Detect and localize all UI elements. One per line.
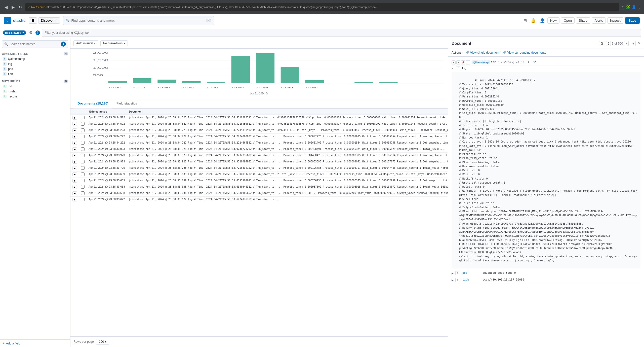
last-doc-button[interactable]: ⟩⟩ [630,41,636,46]
filter-for-button[interactable]: + [452,60,456,64]
expand-row-button[interactable]: ▶ [72,135,77,138]
sidebar-item-id[interactable]: i _id [2,84,68,89]
new-button[interactable]: New [547,17,559,24]
checkbox-cell[interactable] [79,115,87,121]
index-pattern-badge[interactable]: tidb-slowlog ▾ [3,30,26,35]
expand-cell[interactable]: ▶ [70,159,79,165]
expand-row-button[interactable]: ▶ [72,122,77,126]
expand-row-button[interactable]: ▶ [72,191,77,195]
expand-cell[interactable]: ▶ [70,115,79,121]
checkbox-cell[interactable] [79,121,87,127]
row-checkbox[interactable] [81,122,85,126]
expand-cell[interactable]: ▶ [70,146,79,153]
expand-cell[interactable]: ▶ [70,197,79,203]
sidebar-item-log[interactable]: t log [2,61,68,66]
auto-interval-button[interactable]: Auto interval ▾ [73,40,98,46]
alerts-icon-button[interactable]: 🔔 [530,17,537,24]
expand-row-button[interactable]: ▶ [72,166,77,170]
field-search-input[interactable] [10,42,59,46]
checkbox-cell[interactable] [79,197,87,203]
prev-doc-button[interactable]: ⟨ [606,41,611,46]
header-action-buttons[interactable]: ⊞ 🔔 👤 New Open Share Alerts Inspect Save [522,17,640,24]
checkbox-cell[interactable] [79,178,87,184]
back-button[interactable]: ◀ [3,4,9,11]
col-document-header[interactable]: Document [127,109,448,115]
checkbox-cell[interactable] [79,153,87,159]
profile-button[interactable]: 👤 [632,5,636,9]
expand-row-button[interactable]: ▶ [72,185,77,189]
expand-cell[interactable]: ▶ [70,171,79,178]
browser-action-buttons[interactable]: ☆ 🧩 👤 ⋮ [621,5,641,9]
header-icon-buttons[interactable]: ⊞ 🔔 👤 [522,17,546,24]
filter-out-button[interactable]: - [456,60,460,64]
expand-cell[interactable]: ▶ [70,165,79,171]
row-checkbox[interactable] [81,166,85,170]
sidebar-item-timestamp[interactable]: t @timestamp [2,56,68,61]
tab-documents[interactable]: Documents (18,196) [73,99,112,108]
reload-button[interactable]: ↻ [17,4,23,11]
row-checkbox[interactable] [81,116,85,119]
checkbox-cell[interactable] [79,165,87,171]
expand-cell[interactable]: ▶ [70,153,79,159]
share-button[interactable]: Share [576,17,590,24]
alerts-button[interactable]: Alerts [592,17,606,24]
sidebar-item-pod[interactable]: t pod [2,66,68,72]
breakdown-button[interactable]: No breakdown ▾ [100,40,128,46]
menu-button[interactable]: ⋮ [637,5,641,9]
row-checkbox[interactable] [81,128,85,132]
expand-cell[interactable]: ▶ [70,178,79,184]
global-search[interactable]: 🔍 ⌘/ [63,16,214,25]
app-navigation[interactable]: ☰ Discover ✓ [29,17,60,24]
log-section-toggle[interactable]: ▼ f log [452,65,640,71]
checkbox-cell[interactable] [79,146,87,153]
row-checkbox[interactable] [81,198,85,201]
row-checkbox[interactable] [81,191,85,195]
expand-cell[interactable]: ▶ [70,134,79,140]
expand-row-button[interactable]: ▶ [72,179,77,183]
checkbox-cell[interactable] [79,171,87,178]
inspect-button[interactable]: Inspect [607,17,623,24]
checkbox-cell[interactable] [79,140,87,146]
log-filter-for[interactable]: f [456,66,460,70]
sidebar-item-score[interactable]: i _score [2,94,68,99]
extensions-button[interactable]: 🧩 [626,5,630,9]
expand-row-button[interactable]: ▶ [72,154,77,157]
row-checkbox[interactable] [81,135,85,138]
row-checkbox[interactable] [81,185,85,189]
app-switcher-button[interactable]: ☰ [29,17,37,24]
view-surrounding-docs-link[interactable]: 🔗 View surrounding documents [502,51,546,54]
sidebar-item-index[interactable]: i _index [2,89,68,94]
row-checkbox[interactable] [81,147,85,151]
expand-row-button[interactable]: ▶ [72,198,77,201]
user-menu-button[interactable]: 👤 [539,17,546,24]
first-doc-button[interactable]: ⟨⟨ [599,41,605,46]
row-checkbox[interactable] [81,154,85,157]
rows-per-page-select[interactable]: 100 ▾ [96,339,109,345]
next-doc-button[interactable]: ⟩ [624,41,629,46]
checkbox-cell[interactable] [79,190,87,197]
row-checkbox[interactable] [81,160,85,163]
expand-row-button[interactable]: ▶ [72,147,77,151]
expand-row-button[interactable]: ▶ [72,141,77,145]
view-single-doc-link[interactable]: 🔗 View single document [465,51,500,54]
checkbox-cell[interactable] [79,159,87,165]
forward-button[interactable]: ▶ [10,4,16,11]
row-checkbox[interactable] [81,172,85,176]
add-field-button[interactable]: ＋ Add a field [0,339,70,347]
bookmark-button[interactable]: ☆ [621,5,624,9]
global-search-input[interactable] [71,19,205,22]
expand-row-button[interactable]: ▶ [72,116,77,120]
close-panel-button[interactable]: × [638,41,640,46]
sidebar-item-tidb[interactable]: t tidb [2,72,68,77]
open-button[interactable]: Open [561,17,575,24]
tab-field-statistics[interactable]: Field statistics [112,99,141,108]
kql-filter-bar[interactable] [42,29,641,37]
row-checkbox[interactable] [81,179,85,182]
filter-options-button[interactable]: ⚙ [28,29,33,36]
discover-nav-button[interactable]: Discover ✓ [38,17,60,24]
save-button[interactable]: Save [625,17,640,24]
expand-row-button[interactable]: ▶ [72,172,77,176]
expand-cell[interactable]: ▶ [70,127,79,134]
expand-row-button[interactable]: ▶ [72,160,77,164]
elastic-logo[interactable]: e elastic [4,17,26,24]
